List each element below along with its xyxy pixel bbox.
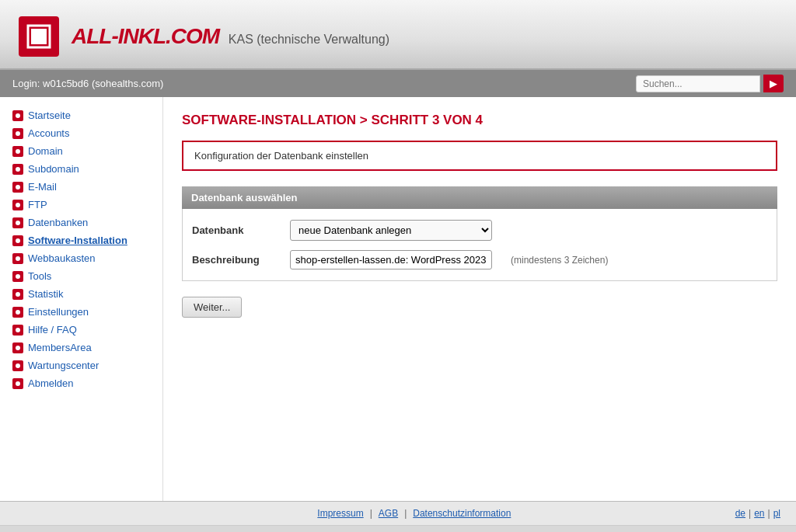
nav-icon-abmelden — [12, 378, 23, 389]
logo-text: ALL-INKL.COM KAS (technische Verwaltung) — [72, 24, 389, 49]
sidebar-item-accounts[interactable]: Accounts — [0, 124, 162, 142]
nav-icon-startseite — [12, 110, 23, 121]
sidebar-item-statistik[interactable]: Statistik — [0, 285, 162, 303]
lang-en[interactable]: en — [754, 508, 764, 519]
search-area: ▶ — [636, 75, 784, 92]
sidebar-item-software-installation[interactable]: Software-Installation — [0, 231, 162, 249]
nav-icon-webbaukasten — [12, 253, 23, 264]
sidebar-item-email[interactable]: E-Mail — [0, 178, 162, 196]
datenbank-select[interactable]: neue Datenbank anlegen — [290, 220, 492, 241]
sidebar-item-webbaukasten[interactable]: Webbaukasten — [0, 249, 162, 267]
lang-de[interactable]: de — [735, 508, 745, 519]
form-row-datenbank: Datenbank neue Datenbank anlegen — [192, 220, 767, 241]
nav-icon-email — [12, 182, 23, 193]
login-text: Login: w01c5bd6 (sohealths.com) — [12, 78, 163, 89]
nav-icon-wartungscenter — [12, 360, 23, 371]
page-title: SOFTWARE-INSTALLATION > SCHRITT 3 VON 4 — [182, 113, 777, 128]
nav-icon-software — [12, 235, 23, 246]
search-input[interactable] — [636, 75, 760, 92]
lang-pl[interactable]: pl — [773, 508, 780, 519]
form-section-header: Datenbank auswählen — [182, 186, 777, 209]
form-section: Datenbank auswählen Datenbank neue Daten… — [182, 186, 777, 281]
nav-icon-membersarea — [12, 342, 23, 353]
weiter-button[interactable]: Weiter... — [182, 297, 242, 318]
section-description: Konfiguration der Datenbank einstellen — [182, 141, 777, 171]
sidebar-item-tools[interactable]: Tools — [0, 267, 162, 285]
nav-icon-tools — [12, 271, 23, 282]
sidebar-item-hilfe-faq[interactable]: Hilfe / FAQ — [0, 321, 162, 339]
footer-link-impressum[interactable]: Impressum — [317, 508, 363, 519]
footer-link-datenschutz[interactable]: Datenschutzinformation — [413, 508, 511, 519]
page-footer: Impressum | AGB | Datenschutzinformation… — [0, 501, 796, 532]
sidebar: Startseite Accounts Domain Subdomain E-M… — [0, 97, 163, 501]
sidebar-item-einstellungen[interactable]: Einstellungen — [0, 303, 162, 321]
beschreibung-input[interactable] — [290, 250, 492, 269]
field-label-datenbank: Datenbank — [192, 224, 278, 236]
nav-icon-ftp — [12, 200, 23, 210]
nav-icon-subdomain — [12, 164, 23, 175]
logo-area: ALL-INKL.COM KAS (technische Verwaltung) — [19, 16, 389, 57]
sidebar-item-abmelden[interactable]: Abmelden — [0, 374, 162, 392]
form-row-beschreibung: Beschreibung (mindestens 3 Zeichen) — [192, 250, 767, 269]
search-button[interactable]: ▶ — [763, 75, 784, 92]
login-bar: Login: w01c5bd6 (sohealths.com) ▶ — [0, 70, 796, 97]
nav-icon-datenbanken — [12, 217, 23, 228]
page-header: ALL-INKL.COM KAS (technische Verwaltung) — [0, 0, 796, 70]
main-content: SOFTWARE-INSTALLATION > SCHRITT 3 VON 4 … — [163, 97, 796, 501]
svg-rect-2 — [31, 29, 47, 44]
form-section-body: Datenbank neue Datenbank anlegen Beschre… — [182, 209, 777, 281]
main-layout: Startseite Accounts Domain Subdomain E-M… — [0, 97, 796, 501]
sidebar-item-ftp[interactable]: FTP — [0, 196, 162, 214]
form-hint: (mindestens 3 Zeichen) — [511, 255, 608, 266]
nav-icon-accounts — [12, 128, 23, 139]
footer-links: Impressum | AGB | Datenschutzinformation… — [0, 502, 796, 526]
footer-link-agb[interactable]: AGB — [379, 508, 398, 519]
nav-icon-einstellungen — [12, 307, 23, 318]
sidebar-item-domain[interactable]: Domain — [0, 142, 162, 160]
footer-info: ALL-INKL.COM | Hauptstraße 68 | D-02742 … — [0, 526, 796, 532]
footer-links-center: Impressum | AGB | Datenschutzinformation — [317, 508, 511, 519]
sidebar-item-datenbanken[interactable]: Datenbanken — [0, 214, 162, 231]
sidebar-item-subdomain[interactable]: Subdomain — [0, 160, 162, 178]
nav-icon-hilfe — [12, 325, 23, 336]
nav-icon-domain — [12, 146, 23, 157]
footer-language-selector: de | en | pl — [735, 508, 780, 519]
sidebar-item-startseite[interactable]: Startseite — [0, 106, 162, 124]
logo-icon — [19, 16, 59, 57]
field-label-beschreibung: Beschreibung — [192, 254, 278, 266]
sidebar-item-membersarea[interactable]: MembersArea — [0, 339, 162, 356]
sidebar-item-wartungscenter[interactable]: Wartungscenter — [0, 356, 162, 374]
nav-icon-statistik — [12, 289, 23, 300]
